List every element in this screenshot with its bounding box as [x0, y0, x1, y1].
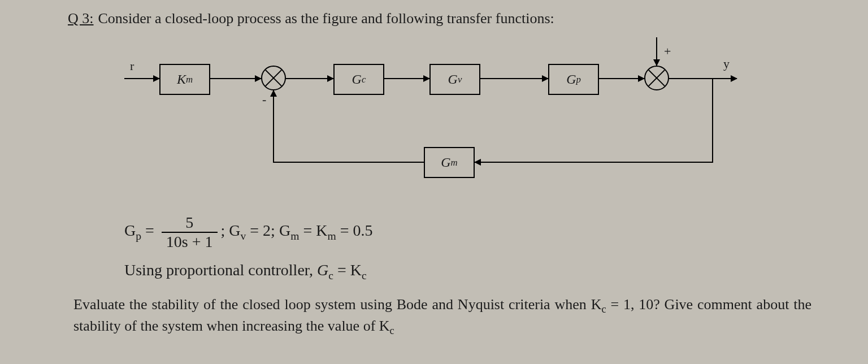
block-gm: Gm: [424, 147, 475, 178]
equals-1: =: [145, 222, 154, 239]
block-diagram: r Km - Gc Gv Gp + y Gm: [124, 50, 746, 197]
final-sub-1: c: [601, 304, 606, 315]
block-gv-subscript: v: [458, 74, 462, 85]
gm-symbol: G: [279, 222, 290, 239]
block-gp-subscript: p: [576, 74, 580, 85]
block-gm-subscript: m: [451, 157, 458, 168]
gp-fraction: 5 10s + 1: [162, 214, 218, 251]
separator-1: ;: [221, 222, 225, 239]
arrow-gc-to-gv: [384, 78, 429, 79]
block-gm-symbol: G: [441, 155, 450, 170]
arrow-r-to-km: [124, 78, 159, 79]
km-subscript: m: [327, 230, 336, 242]
feedback-line-down: [712, 78, 713, 163]
kc-controller-subscript: c: [362, 270, 367, 281]
arrow-sum1-to-gc: [286, 78, 333, 79]
summing-junction-2: [644, 66, 669, 90]
block-gp: Gp: [548, 64, 599, 95]
final-sub-2: c: [390, 326, 394, 337]
controller-line: Using proportional controller, Gc = Kc: [124, 261, 811, 282]
question-header: Q 3: Consider a closed-loop process as t…: [68, 10, 811, 27]
gv-symbol: G: [229, 222, 240, 239]
gv-subscript: v: [241, 230, 246, 242]
gp-symbol: G: [124, 222, 136, 239]
km-symbol: = K: [303, 222, 327, 239]
output-signal-label: y: [723, 57, 730, 71]
block-gp-symbol: G: [566, 72, 576, 87]
block-gc-subscript: c: [362, 74, 366, 85]
gc-controller-symbol: G: [317, 261, 328, 279]
sum1-minus-sign: -: [262, 92, 266, 107]
feedback-line-up-to-sum1: [273, 90, 274, 163]
gv-value: = 2;: [250, 222, 275, 239]
gp-denominator: 10s + 1: [162, 233, 218, 251]
block-gc: Gc: [333, 64, 384, 95]
gp-subscript: p: [136, 230, 141, 242]
gp-numerator: 5: [162, 214, 218, 233]
arrow-km-to-sum1: [210, 78, 261, 79]
arrow-gp-to-sum2: [599, 78, 644, 79]
controller-text: Using proportional controller,: [124, 261, 317, 279]
arrow-gv-to-gp: [480, 78, 548, 79]
block-gv: Gv: [429, 64, 480, 95]
final-question: Evaluate the stability of the closed loo…: [73, 294, 811, 339]
final-text-1: Evaluate the stability of the closed loo…: [73, 296, 601, 313]
feedback-line-from-gm: [273, 162, 424, 163]
block-gc-symbol: G: [352, 72, 362, 87]
input-signal-label: r: [130, 59, 134, 73]
summing-junction-1: [261, 66, 286, 90]
feedback-line-to-gm: [475, 162, 713, 163]
controller-equals: = K: [333, 261, 362, 279]
gc-controller-subscript: c: [328, 270, 333, 281]
question-prompt: Consider a closed-loop process as the fi…: [98, 10, 554, 27]
question-label: Q 3:: [68, 10, 94, 27]
block-km-symbol: K: [177, 72, 186, 87]
block-km-subscript: m: [186, 74, 193, 85]
gm-subscript: m: [290, 230, 299, 242]
block-km: Km: [159, 64, 210, 95]
km-value: = 0.5: [340, 222, 373, 239]
block-gv-symbol: G: [448, 72, 458, 87]
transfer-function-equations: Gp = 5 10s + 1 ; Gv = 2; Gm = Km = 0.5: [124, 214, 811, 251]
arrow-disturbance-to-sum2: [656, 37, 657, 66]
sum2-plus-sign: +: [664, 44, 671, 59]
arrow-sum2-to-y: [669, 78, 737, 79]
